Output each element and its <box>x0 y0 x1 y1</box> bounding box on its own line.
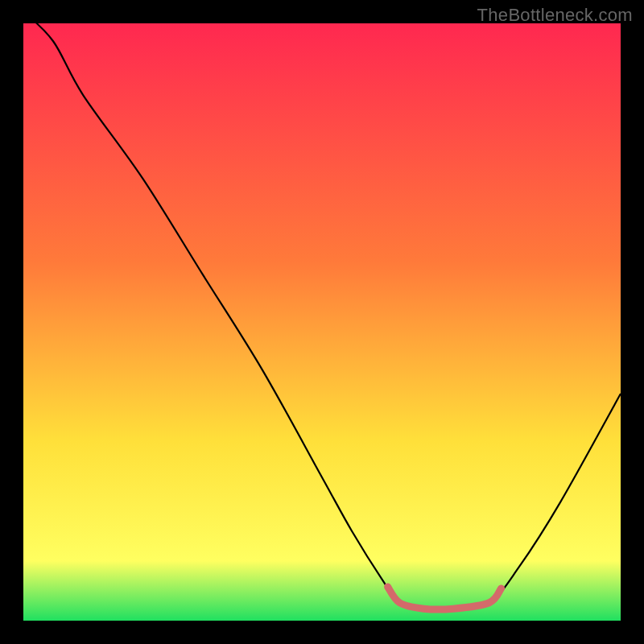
chart-plot-area <box>23 23 621 621</box>
optimal-range-marker <box>388 587 502 609</box>
chart-curve-layer <box>23 23 621 621</box>
watermark-text: TheBottleneck.com <box>477 5 633 26</box>
bottleneck-curve <box>23 11 621 609</box>
